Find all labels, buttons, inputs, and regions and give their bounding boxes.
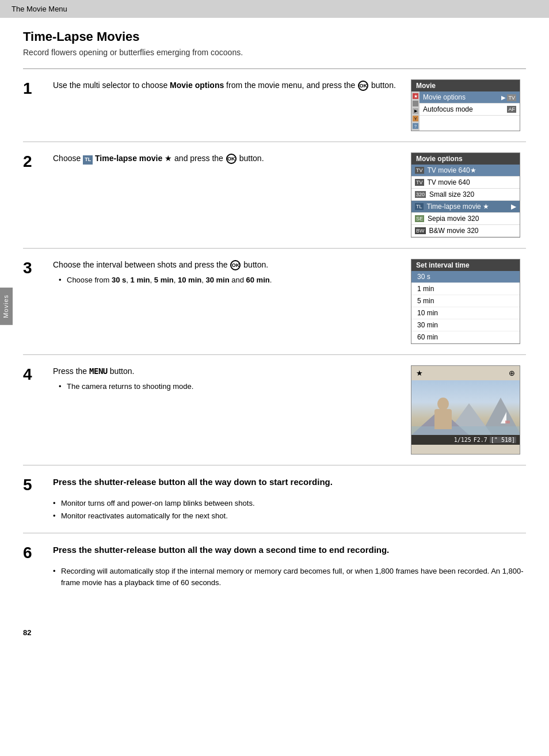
step-3-row-2: 1 min — [411, 283, 520, 295]
sidebar-icon-1: ★ — [413, 93, 418, 99]
step-5-bullets: Monitor turns off and power-on lamp blin… — [23, 498, 526, 521]
camera-shutter-value: 1/125 — [454, 437, 471, 443]
step-1-ui-body: ★ ▶ Y ? Movie options ▶ TV Autofocus mod… — [411, 91, 520, 131]
step-2-label-5: Sepia movie 320 — [428, 215, 479, 223]
step-3-row-4: 10 min — [411, 307, 520, 319]
step-3-row-5: 30 min — [411, 319, 520, 331]
step-2-label-1: TV movie 640★ — [428, 166, 476, 174]
step-2-row-6: BW B&W movie 320 — [411, 225, 520, 237]
sidebar-icon-4: Y — [413, 116, 418, 121]
step-1-row-2: Autofocus mode AF — [420, 104, 520, 116]
step-6: 6 Press the shutter-release button all t… — [23, 533, 526, 600]
sidebar-icon-5: ? — [413, 123, 418, 129]
step-3: 3 Choose the interval between shots and … — [23, 249, 526, 355]
step-2-icon-1: TV — [415, 167, 424, 174]
step-2: 2 Choose TL Time-lapse movie ★ and press… — [23, 142, 526, 249]
step-1-bold: Movie options — [170, 81, 224, 90]
step-5-bullet-1: Monitor turns off and power-on lamp blin… — [53, 498, 526, 509]
step-6-header: 6 Press the shutter-release button all t… — [23, 544, 526, 561]
step-1-image: Movie ★ ▶ Y ? Movie options ▶ TV — [411, 79, 526, 131]
step-3-bullets: Choose from 30 s, 1 min, 5 min, 10 min, … — [53, 274, 399, 286]
step-2-label-4: Time-lapse movie ★ — [427, 203, 490, 211]
step-2-icon-4: TL — [415, 203, 424, 210]
mountain-svg — [411, 380, 520, 435]
step-2-icon-2: TV — [415, 179, 424, 186]
step-1-ui-title: Movie — [411, 80, 520, 91]
step-2-row-4: TL Time-lapse movie ★ ▶ — [411, 201, 520, 213]
svg-rect-3 — [411, 426, 520, 435]
step-1-row-2-icon: AF — [507, 106, 516, 113]
step-2-icon-5: SE — [415, 215, 424, 222]
camera-top-right-icon: ⊕ — [509, 369, 515, 377]
step-2-row-1: TV TV movie 640★ — [411, 165, 520, 177]
camera-top-left-icon: ★ — [416, 369, 423, 377]
step-5-text: Press the shutter-release button all the… — [53, 476, 333, 489]
step-2-label-3: Small size 320 — [429, 190, 474, 198]
step-2-text: Choose TL Time-lapse movie ★ and press t… — [53, 152, 399, 165]
person-silhouette — [434, 398, 452, 429]
main-content: Time-Lapse Movies Record flowers opening… — [0, 18, 549, 623]
step-4-bullet-1: The camera returns to shooting mode. — [59, 381, 399, 392]
step-1-row-2-label: Autofocus mode — [423, 105, 473, 113]
step-2-icon-label: TL — [83, 155, 93, 165]
step-3-row-6: 60 min — [411, 331, 520, 343]
step-3-row-1: 30 s — [411, 271, 520, 283]
page-footer: 82 — [0, 623, 549, 643]
ok-button-step2: OK — [226, 154, 237, 164]
camera-scene — [411, 380, 520, 435]
step-2-label-2: TV movie 640 — [428, 178, 470, 186]
step-1-content: Use the multi selector to choose Movie o… — [53, 79, 411, 95]
step-3-row-3: 5 min — [411, 295, 520, 307]
step-3-bullet-1: Choose from 30 s, 1 min, 5 min, 10 min, … — [59, 274, 399, 286]
header-label: The Movie Menu — [12, 5, 67, 13]
camera-bottom-bar: 1/125 F2.7 [" 518] — [411, 435, 520, 445]
step-4-image: ★ ⊕ — [411, 365, 526, 455]
step-2-content: Choose TL Time-lapse movie ★ and press t… — [53, 152, 411, 168]
ok-button-step1: OK — [358, 81, 368, 91]
camera-top-bar: ★ ⊕ — [411, 366, 520, 380]
step-3-image: Set interval time 30 s 1 min 5 min 10 mi… — [411, 259, 526, 344]
step-3-text: Choose the interval between shots and pr… — [53, 259, 399, 271]
step-1-text: Use the multi selector to choose Movie o… — [53, 79, 399, 91]
step-2-arrow-4: ▶ — [511, 203, 516, 211]
step-2-number: 2 — [23, 154, 46, 170]
step-1-ui-sidebar: ★ ▶ Y ? — [411, 91, 420, 131]
step-6-number: 6 — [23, 545, 46, 561]
svg-rect-5 — [505, 421, 510, 423]
step-1-ui-box: Movie ★ ▶ Y ? Movie options ▶ TV — [411, 79, 520, 131]
step-1-row-1-icon: ▶ TV — [501, 94, 516, 101]
sidebar-icon-3: ▶ — [413, 108, 418, 114]
page-subtitle: Record flowers opening or butterflies em… — [23, 48, 526, 57]
step-2-row-3: 320 Small size 320 — [411, 189, 520, 201]
step-2-image: Movie options TV TV movie 640★ TV TV mov… — [411, 152, 526, 238]
step-2-ui-box: Movie options TV TV movie 640★ TV TV mov… — [411, 152, 520, 238]
step-2-ui-title: Movie options — [411, 153, 520, 165]
camera-aperture-value: F2.7 — [474, 437, 487, 443]
step-5-header: 5 Press the shutter-release button all t… — [23, 476, 526, 493]
step-4-number: 4 — [23, 366, 46, 383]
step-1-row-1-label: Movie options — [423, 93, 466, 101]
page-number: 82 — [23, 628, 31, 637]
step-2-row-2: TV TV movie 640 — [411, 177, 520, 189]
step-5-bullet-2: Monitor reactivates automatically for th… — [53, 510, 526, 522]
sidebar-movies-label: Movies — [0, 288, 13, 325]
menu-text-step4: MENU — [89, 366, 108, 376]
step-2-row-5: SE Sepia movie 320 — [411, 213, 520, 225]
step-6-bullet-1: Recording will automatically stop if the… — [53, 566, 526, 588]
step-4-camera-view: ★ ⊕ — [411, 365, 520, 455]
step-4: 4 Press the MENU button. The camera retu… — [23, 355, 526, 465]
step-1-number: 1 — [23, 81, 46, 97]
step-3-ui-title: Set interval time — [411, 259, 520, 271]
step-2-bold: Time-lapse movie — [95, 154, 162, 163]
page-title: Time-Lapse Movies — [23, 29, 526, 44]
step-5-number: 5 — [23, 477, 46, 493]
sidebar-icon-2 — [413, 101, 418, 106]
step-2-label-6: B&W movie 320 — [429, 227, 479, 235]
step-5: 5 Press the shutter-release button all t… — [23, 465, 526, 533]
step-4-bullets: The camera returns to shooting mode. — [53, 381, 399, 392]
step-1-ui-main: Movie options ▶ TV Autofocus mode AF — [420, 91, 520, 131]
step-4-content: Press the MENU button. The camera return… — [53, 365, 411, 394]
step-2-icon-6: BW — [415, 227, 426, 234]
step-2-ui-rows: TV TV movie 640★ TV TV movie 640 320 Sma… — [411, 165, 520, 237]
camera-frame-count: [" 518] — [490, 437, 516, 443]
